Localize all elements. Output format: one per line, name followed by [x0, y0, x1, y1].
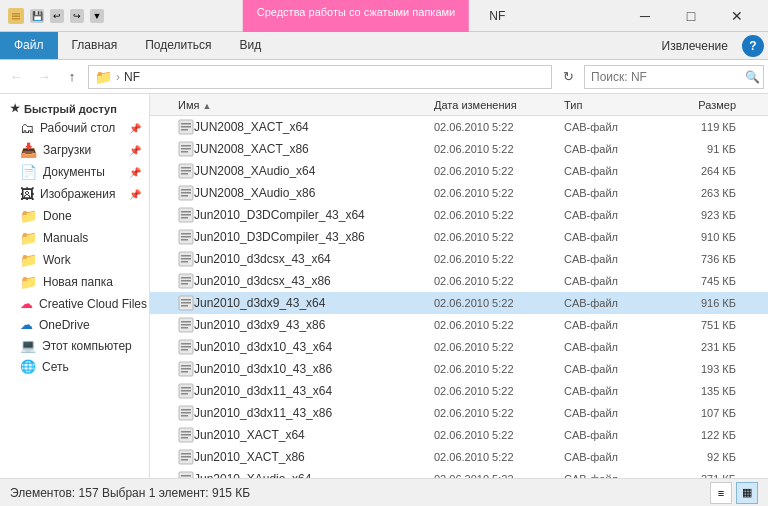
sidebar-item-manuals[interactable]: 📁 Manuals: [0, 227, 149, 249]
file-date: 02.06.2010 5:22: [434, 429, 564, 441]
sidebar-item-onedrive[interactable]: ☁ OneDrive: [0, 314, 149, 335]
svg-rect-39: [181, 305, 188, 307]
table-row[interactable]: Jun2010_XACT_x64 02.06.2010 5:22 CAB-фай…: [150, 424, 768, 446]
table-row[interactable]: JUN2008_XACT_x64 02.06.2010 5:22 CAB-фай…: [150, 116, 768, 138]
refresh-button[interactable]: ↻: [556, 65, 580, 89]
svg-rect-47: [181, 349, 188, 351]
table-row[interactable]: Jun2010_D3DCompiler_43_x64 02.06.2010 5:…: [150, 204, 768, 226]
sidebar-item-new-folder[interactable]: 📁 Новая папка: [0, 271, 149, 293]
file-list: JUN2008_XACT_x64 02.06.2010 5:22 CAB-фай…: [150, 116, 768, 478]
help-button[interactable]: ?: [742, 35, 764, 57]
sidebar-item-pictures[interactable]: 🖼 Изображения 📌: [0, 183, 149, 205]
ribbon-tab-file[interactable]: Файл: [0, 32, 58, 59]
svg-rect-10: [181, 148, 191, 150]
column-size[interactable]: Размер: [664, 99, 744, 111]
svg-rect-13: [181, 167, 191, 169]
sidebar: ★ Быстрый доступ 🗂 Рабочий стол 📌 📥 Загр…: [0, 94, 150, 478]
details-view-button[interactable]: ▦: [736, 482, 758, 504]
sidebar-item-done[interactable]: 📁 Done: [0, 205, 149, 227]
svg-rect-37: [181, 299, 191, 301]
file-name: JUN2008_XACT_x86: [194, 142, 434, 156]
table-row[interactable]: Jun2010_XAudio_x64 02.06.2010 5:22 CAB-ф…: [150, 468, 768, 478]
file-name: Jun2010_d3dx9_43_x64: [194, 296, 434, 310]
file-size: 264 КБ: [664, 165, 744, 177]
file-size: 119 КБ: [664, 121, 744, 133]
ribbon: Файл Главная Поделиться Вид Извлечение ?: [0, 32, 768, 60]
quick-access-toolbar-more[interactable]: ▼: [90, 9, 104, 23]
file-size: 92 КБ: [664, 451, 744, 463]
svg-rect-46: [181, 346, 191, 348]
table-row[interactable]: JUN2008_XAudio_x64 02.06.2010 5:22 CAB-ф…: [150, 160, 768, 182]
sidebar-item-creative-cloud[interactable]: ☁ Creative Cloud Files: [0, 293, 149, 314]
file-name: Jun2010_d3dcsx_43_x86: [194, 274, 434, 288]
manuals-folder-icon: 📁: [20, 230, 37, 246]
file-date: 02.06.2010 5:22: [434, 363, 564, 375]
column-name[interactable]: Имя ▲: [154, 99, 434, 111]
quick-access-toolbar-redo[interactable]: ↪: [70, 9, 84, 23]
file-name-cell: JUN2008_XAudio_x64: [154, 163, 434, 179]
file-name-cell: Jun2010_D3DCompiler_43_x86: [154, 229, 434, 245]
svg-rect-26: [181, 236, 191, 238]
cab-file-icon: [178, 317, 194, 333]
ribbon-tab-share[interactable]: Поделиться: [131, 32, 225, 59]
table-row[interactable]: Jun2010_d3dx11_43_x86 02.06.2010 5:22 CA…: [150, 402, 768, 424]
file-name-cell: Jun2010_d3dx11_43_x64: [154, 383, 434, 399]
sidebar-item-network[interactable]: 🌐 Сеть: [0, 356, 149, 377]
forward-button[interactable]: →: [32, 65, 56, 89]
up-button[interactable]: ↑: [60, 65, 84, 89]
quick-access-toolbar-undo[interactable]: ↩: [50, 9, 64, 23]
search-box[interactable]: 🔍: [584, 65, 764, 89]
column-type[interactable]: Тип: [564, 99, 664, 111]
sidebar-item-downloads[interactable]: 📥 Загрузки 📌: [0, 139, 149, 161]
svg-rect-25: [181, 233, 191, 235]
svg-rect-31: [181, 261, 188, 263]
computer-icon: 💻: [20, 338, 36, 353]
quick-access-toolbar-save[interactable]: 💾: [30, 9, 44, 23]
table-row[interactable]: Jun2010_d3dx9_43_x86 02.06.2010 5:22 CAB…: [150, 314, 768, 336]
table-row[interactable]: Jun2010_d3dx11_43_x64 02.06.2010 5:22 CA…: [150, 380, 768, 402]
file-name: Jun2010_d3dx10_43_x86: [194, 362, 434, 376]
table-row[interactable]: JUN2008_XACT_x86 02.06.2010 5:22 CAB-фай…: [150, 138, 768, 160]
ribbon-tab-view[interactable]: Вид: [225, 32, 275, 59]
sidebar-item-desktop[interactable]: 🗂 Рабочий стол 📌: [0, 117, 149, 139]
table-row[interactable]: Jun2010_d3dx10_43_x64 02.06.2010 5:22 CA…: [150, 336, 768, 358]
cab-file-icon: [178, 141, 194, 157]
address-path[interactable]: 📁 › NF: [88, 65, 552, 89]
table-row[interactable]: JUN2008_XAudio_x86 02.06.2010 5:22 CAB-ф…: [150, 182, 768, 204]
pin-icon: 📌: [129, 189, 141, 200]
file-size: 745 КБ: [664, 275, 744, 287]
table-row[interactable]: Jun2010_d3dx10_43_x86 02.06.2010 5:22 CA…: [150, 358, 768, 380]
ribbon-tab-home[interactable]: Главная: [58, 32, 132, 59]
file-type: CAB-файл: [564, 429, 664, 441]
file-name: Jun2010_d3dx11_43_x64: [194, 384, 434, 398]
back-button[interactable]: ←: [4, 65, 28, 89]
sidebar-item-this-pc[interactable]: 💻 Этот компьютер: [0, 335, 149, 356]
search-input[interactable]: [591, 70, 741, 84]
list-view-button[interactable]: ≡: [710, 482, 732, 504]
table-row[interactable]: Jun2010_d3dcsx_43_x86 02.06.2010 5:22 CA…: [150, 270, 768, 292]
table-row[interactable]: Jun2010_XACT_x86 02.06.2010 5:22 CAB-фай…: [150, 446, 768, 468]
close-button[interactable]: ✕: [714, 0, 760, 32]
pin-icon: 📌: [129, 123, 141, 134]
address-bar: ← → ↑ 📁 › NF ↻ 🔍: [0, 60, 768, 94]
file-type: CAB-файл: [564, 385, 664, 397]
maximize-button[interactable]: □: [668, 0, 714, 32]
sidebar-item-documents[interactable]: 📄 Документы 📌: [0, 161, 149, 183]
cab-file-icon: [178, 361, 194, 377]
sidebar-item-work[interactable]: 📁 Work: [0, 249, 149, 271]
search-icon[interactable]: 🔍: [745, 70, 760, 84]
ribbon-tab-extract[interactable]: Извлечение: [648, 32, 742, 59]
column-date[interactable]: Дата изменения: [434, 99, 564, 111]
table-row[interactable]: Jun2010_D3DCompiler_43_x86 02.06.2010 5:…: [150, 226, 768, 248]
minimize-button[interactable]: ─: [622, 0, 668, 32]
cab-file-icon: [178, 339, 194, 355]
quick-access-header[interactable]: ★ Быстрый доступ: [0, 98, 149, 117]
table-row[interactable]: Jun2010_d3dx9_43_x64 02.06.2010 5:22 CAB…: [150, 292, 768, 314]
table-row[interactable]: Jun2010_d3dcsx_43_x64 02.06.2010 5:22 CA…: [150, 248, 768, 270]
sidebar-item-label: Сеть: [42, 360, 69, 374]
cab-file-icon: [178, 273, 194, 289]
pin-icon: 📌: [129, 167, 141, 178]
file-size: 135 КБ: [664, 385, 744, 397]
svg-rect-34: [181, 280, 191, 282]
sidebar-item-label: Creative Cloud Files: [39, 297, 147, 311]
